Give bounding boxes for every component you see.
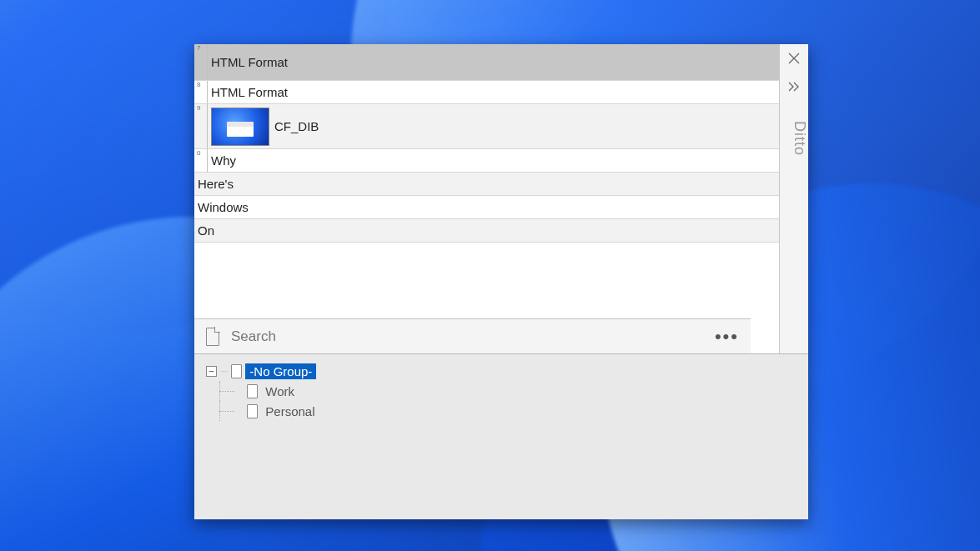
tree-connector	[219, 391, 234, 392]
clip-index: 0	[194, 149, 208, 172]
chevrons-right-icon[interactable]	[780, 73, 808, 101]
more-button[interactable]: •••	[715, 326, 739, 348]
collapse-icon[interactable]: −	[206, 366, 217, 377]
clip-text: Windows	[198, 200, 249, 214]
clip-item[interactable]: 8 HTML Format	[194, 81, 779, 104]
tree-root-label[interactable]: -No Group-	[245, 363, 316, 379]
clip-text: HTML Format	[211, 85, 288, 99]
tree-connector	[219, 411, 234, 412]
clip-item[interactable]: Here's	[194, 173, 779, 196]
tree-root-row[interactable]: − ···· -No Group-	[201, 361, 802, 381]
ditto-window: 7 HTML Format 8 HTML Format 9 CF_DIB 0 W…	[194, 44, 808, 519]
tree-child-label[interactable]: Work	[261, 383, 299, 399]
tree-child-label[interactable]: Personal	[261, 403, 319, 419]
clip-index: 9	[194, 104, 208, 148]
page-icon[interactable]	[206, 328, 219, 346]
clip-index: 8	[194, 81, 208, 103]
close-icon[interactable]	[780, 44, 808, 73]
clip-text: Here's	[198, 177, 234, 191]
clip-thumbnail-icon	[211, 108, 269, 146]
clip-item-selected[interactable]: 7 HTML Format	[194, 44, 779, 81]
clip-text: Why	[211, 153, 236, 168]
app-brand-label: Ditto	[780, 121, 808, 156]
main-panel: 7 HTML Format 8 HTML Format 9 CF_DIB 0 W…	[194, 44, 808, 354]
folder-icon	[247, 384, 258, 398]
side-toolbar: Ditto	[779, 44, 808, 353]
search-bar: •••	[194, 318, 751, 353]
clip-item[interactable]	[194, 243, 779, 263]
clip-item[interactable]: Windows	[194, 196, 779, 219]
search-input[interactable]	[229, 328, 705, 346]
folder-icon	[247, 404, 258, 418]
clip-item[interactable]: 0 Why	[194, 149, 779, 173]
clip-text: CF_DIB	[274, 119, 319, 133]
clip-item[interactable]: On	[194, 219, 779, 243]
clip-text: HTML Format	[211, 55, 288, 69]
tree-child-row[interactable]: ···· Personal	[201, 401, 802, 421]
clip-text: On	[198, 223, 214, 238]
clip-list[interactable]: 7 HTML Format 8 HTML Format 9 CF_DIB 0 W…	[194, 44, 779, 353]
tree-child-row[interactable]: ···· Work	[201, 381, 802, 401]
groups-tree: − ···· -No Group- ···· Work ···· Persona…	[194, 354, 808, 519]
desktop-wallpaper: 7 HTML Format 8 HTML Format 9 CF_DIB 0 W…	[0, 0, 980, 551]
tree-connector: ····	[220, 365, 228, 377]
folder-icon	[231, 364, 242, 378]
clip-index: 7	[194, 44, 208, 80]
clip-item[interactable]: 9 CF_DIB	[194, 104, 779, 149]
